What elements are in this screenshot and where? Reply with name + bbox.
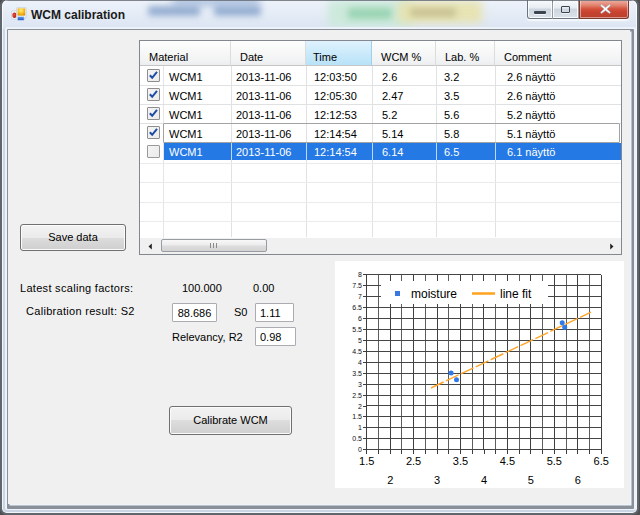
svg-text:6: 6	[358, 315, 362, 322]
svg-text:2.5: 2.5	[406, 455, 421, 467]
svg-text:4: 4	[358, 359, 362, 366]
svg-text:4.5: 4.5	[352, 348, 362, 355]
svg-text:5.5: 5.5	[547, 455, 562, 467]
svg-text:4: 4	[481, 474, 487, 486]
svg-text:8: 8	[358, 271, 362, 278]
svg-text:2.5: 2.5	[352, 392, 362, 399]
svg-text:2: 2	[387, 474, 393, 486]
svg-text:3.5: 3.5	[352, 370, 362, 377]
svg-text:7.5: 7.5	[352, 282, 362, 289]
svg-text:1.5: 1.5	[352, 413, 362, 420]
svg-text:1.5: 1.5	[359, 455, 374, 467]
svg-text:6.5: 6.5	[352, 304, 362, 311]
svg-text:3: 3	[434, 474, 440, 486]
svg-text:5.5: 5.5	[352, 326, 362, 333]
svg-text:0.5: 0.5	[352, 435, 362, 442]
svg-text:5: 5	[358, 337, 362, 344]
svg-text:1: 1	[358, 424, 362, 431]
svg-text:moisture: moisture	[411, 287, 457, 301]
svg-text:2: 2	[358, 403, 362, 410]
svg-text:6: 6	[575, 474, 581, 486]
svg-text:4.5: 4.5	[500, 455, 515, 467]
svg-text:5: 5	[528, 474, 534, 486]
svg-text:3: 3	[358, 381, 362, 388]
svg-text:7: 7	[358, 293, 362, 300]
svg-text:0: 0	[358, 446, 362, 453]
svg-text:3.5: 3.5	[453, 455, 468, 467]
svg-text:line fit: line fit	[500, 287, 532, 301]
svg-text:6.5: 6.5	[594, 455, 609, 467]
